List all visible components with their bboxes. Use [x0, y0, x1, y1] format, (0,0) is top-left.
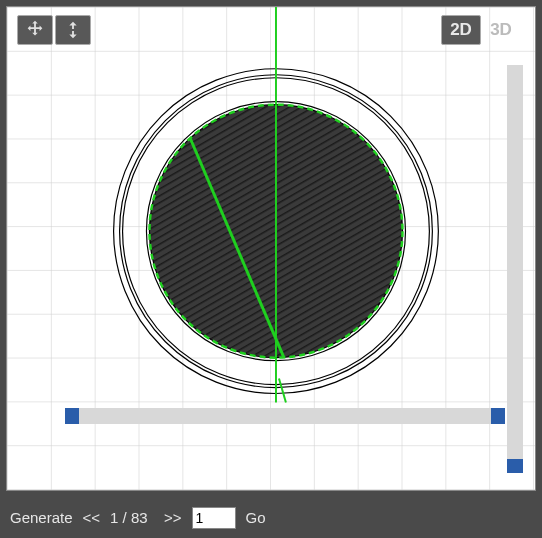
view-2d-button[interactable]: 2D [441, 15, 481, 45]
generate-button[interactable]: Generate [10, 509, 73, 526]
app-root: 2D 3D Generate << 1 / 83 >> Go [0, 0, 542, 538]
bottom-bar: Generate << 1 / 83 >> Go [0, 497, 542, 538]
vscroll-track [507, 65, 523, 473]
view-3d-button[interactable]: 3D [481, 15, 521, 45]
next-layer-button[interactable]: >> [164, 509, 182, 526]
hscroll-thumb-right[interactable] [491, 408, 505, 424]
go-button[interactable]: Go [246, 509, 266, 526]
hscroll-track [65, 408, 505, 424]
layer-input[interactable] [192, 507, 236, 529]
horizontal-scrollbar[interactable] [65, 408, 505, 424]
vertical-scrollbar[interactable] [507, 65, 523, 473]
rotate-tool-button[interactable] [55, 15, 91, 45]
updown-arrows-icon [62, 19, 84, 41]
move-arrows-icon [24, 19, 46, 41]
prev-layer-button[interactable]: << [83, 509, 101, 526]
view-mode-toggle: 2D 3D [441, 15, 521, 45]
viewport-3d-2d[interactable]: 2D 3D [6, 6, 536, 491]
layer-indicator: 1 / 83 [110, 509, 154, 526]
vscroll-thumb[interactable] [507, 459, 523, 473]
pan-tool-button[interactable] [17, 15, 53, 45]
hscroll-thumb-left[interactable] [65, 408, 79, 424]
toolbar-top-left [17, 15, 91, 45]
